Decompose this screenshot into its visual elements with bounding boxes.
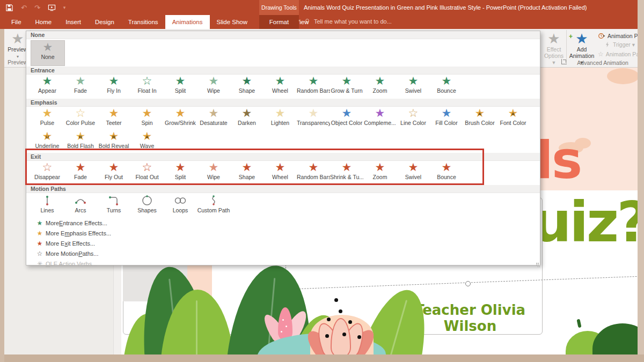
frame-right xyxy=(638,0,644,362)
seed-dot xyxy=(348,320,352,324)
entrance-effect[interactable]: ☆ Float In xyxy=(130,75,164,99)
redo-icon[interactable]: ↷ xyxy=(34,4,40,12)
customize-qat-icon[interactable]: ▾ xyxy=(63,4,66,12)
emphasis-effect[interactable]: ★ Desaturate xyxy=(197,107,230,130)
emphasis-effect[interactable]: ★ Fill Color xyxy=(430,107,463,130)
ribbon-tab[interactable]: Home xyxy=(28,15,59,29)
emphasis-effect[interactable]: ★ A Brush Color xyxy=(463,107,496,130)
motion-path-effect[interactable]: Lines xyxy=(31,193,64,218)
tell-me-box[interactable]: Tell me what you want to do... xyxy=(304,18,392,25)
emphasis-effect[interactable]: ★ Object Color xyxy=(330,107,363,130)
effect-label: Darken xyxy=(230,120,264,126)
entrance-effect[interactable]: ★ Bounce xyxy=(430,75,463,99)
ribbon-tab[interactable]: Animations xyxy=(165,15,210,29)
emphasis-effect[interactable]: ★ Lighten xyxy=(264,107,297,130)
effect-label: Font Color xyxy=(496,120,530,126)
motion-path-icon xyxy=(141,194,153,207)
gallery-link[interactable]: ★ More Emphasis Effects... xyxy=(26,228,540,238)
effect-star-icon: ★ xyxy=(230,107,264,120)
effect-label: Random Bars xyxy=(297,87,330,94)
link-accesskey: m xyxy=(64,230,69,237)
effect-letter-glyph: A xyxy=(496,112,530,116)
seed-dot xyxy=(327,317,331,321)
effect-star-icon: ★ xyxy=(297,107,330,120)
animation-effect-none[interactable]: ★ None xyxy=(31,40,65,66)
emphasis-effect[interactable]: ★ Darken xyxy=(230,107,264,130)
motion-path-effect[interactable]: Shapes xyxy=(130,193,164,218)
effect-letter-glyph: B xyxy=(64,135,97,139)
entrance-effect[interactable]: ★ Appear xyxy=(31,75,64,99)
entrance-effect[interactable]: ★ Wipe xyxy=(197,75,230,99)
selection-handle[interactable] xyxy=(465,281,471,286)
effect-star-icon: ★ xyxy=(197,75,230,87)
effect-star-icon: ☆ xyxy=(130,75,164,87)
entrance-effects-row: ★ Appear ★ Fade ★ Fly In ☆ Float In ★ xyxy=(26,75,540,99)
emphasis-effect[interactable]: ☆ Color Pulse xyxy=(64,107,97,130)
entrance-effect[interactable]: ★ Split xyxy=(164,75,197,99)
link-accesskey: O xyxy=(46,261,50,267)
effect-label: Swivel xyxy=(397,87,430,94)
start-slideshow-icon[interactable] xyxy=(48,4,56,12)
entrance-effect[interactable]: ★ Swivel xyxy=(397,75,430,99)
effect-label: Pulse xyxy=(31,120,64,126)
tab-format[interactable]: Format xyxy=(259,15,299,29)
effect-star-icon: ★ xyxy=(230,75,264,87)
effect-label: Turns xyxy=(97,207,130,213)
emphasis-effect[interactable]: ★ Pulse xyxy=(31,107,64,130)
emphasis-effect[interactable]: ★ Teeter xyxy=(97,107,130,130)
entrance-effect[interactable]: ★ Grow & Turn xyxy=(330,75,363,99)
entrance-effect[interactable]: ★ Random Bars xyxy=(297,75,330,99)
emphasis-effect[interactable]: ☆ Line Color xyxy=(397,107,430,130)
undo-icon[interactable]: ↶ xyxy=(21,4,27,12)
save-icon[interactable] xyxy=(5,4,13,12)
frame-bottom xyxy=(0,354,644,362)
add-animation-label: Add xyxy=(577,46,587,53)
ribbon-tab[interactable]: Insert xyxy=(58,15,88,29)
link-text: More E xyxy=(46,240,64,247)
ribbon-tab[interactable]: Design xyxy=(88,15,121,29)
effect-label: Shapes xyxy=(130,207,164,213)
emphasis-effect[interactable]: ★ Spin xyxy=(130,107,164,130)
motion-path-effect[interactable]: Turns xyxy=(97,193,130,218)
drawing-tools-contextual-header: Drawing Tools xyxy=(259,0,299,15)
chevron-down-icon: ▾ xyxy=(17,54,19,59)
section-header-entrance: Entrance xyxy=(26,67,540,75)
preview-label: Preview xyxy=(8,46,27,53)
effect-letter-glyph: A xyxy=(463,112,496,116)
motion-path-effect[interactable]: Arcs xyxy=(64,193,97,218)
ribbon-tab[interactable]: Slide Show xyxy=(210,15,255,29)
effect-label: Object Color xyxy=(330,120,363,126)
entrance-effect[interactable]: ★ Wheel xyxy=(264,75,297,99)
gallery-link[interactable]: ☆ More Motion Paths... xyxy=(26,248,540,258)
gallery-link[interactable]: ★ More Exit Effects... xyxy=(26,238,540,248)
gallery-link[interactable]: ★ More Entrance Effects... xyxy=(26,218,540,228)
link-text: phasis Effects... xyxy=(70,230,111,237)
effect-star-icon: ★ xyxy=(31,75,64,87)
entrance-effect[interactable]: ★ Zoom xyxy=(363,75,397,99)
emphasis-effect[interactable]: ★ Compleme... xyxy=(363,107,397,130)
effect-star-icon: ★ xyxy=(363,107,397,120)
trigger-button[interactable]: Trigger ▾ xyxy=(604,41,635,48)
motion-path-icon xyxy=(207,194,220,207)
motion-path-icon xyxy=(174,194,187,207)
effect-label: Grow & Turn xyxy=(330,87,363,94)
motion-path-effect[interactable]: Loops xyxy=(164,193,197,218)
section-header-emphasis: Emphasis xyxy=(26,99,540,107)
advanced-animation-dialog-launcher[interactable] xyxy=(561,59,567,64)
link-accesskey: P xyxy=(78,250,82,257)
animation-painter-star-icon: ☆ xyxy=(598,50,604,58)
gallery-link[interactable]: ✳ OLE Action Verbs... xyxy=(26,258,540,269)
emphasis-effect[interactable]: ★ Transparency xyxy=(297,107,330,130)
motion-path-effect[interactable]: Custom Path xyxy=(197,193,230,218)
ribbon-tab[interactable]: Transitions xyxy=(121,15,165,29)
entrance-effect[interactable]: ★ Fly In xyxy=(97,75,130,99)
ribbon-tab[interactable]: File xyxy=(4,15,28,29)
effect-star-icon: ★ xyxy=(264,107,297,120)
entrance-effect[interactable]: ★ Fade xyxy=(64,75,97,99)
emphasis-effect[interactable]: ★ Grow/Shrink xyxy=(164,107,197,130)
gallery-resize-grip[interactable] xyxy=(535,260,539,264)
effect-star-icon: ★ xyxy=(97,107,130,120)
entrance-effect[interactable]: ★ Shape xyxy=(230,75,264,99)
emphasis-effect[interactable]: ★ A Font Color xyxy=(496,107,530,130)
frame-left xyxy=(0,29,4,362)
